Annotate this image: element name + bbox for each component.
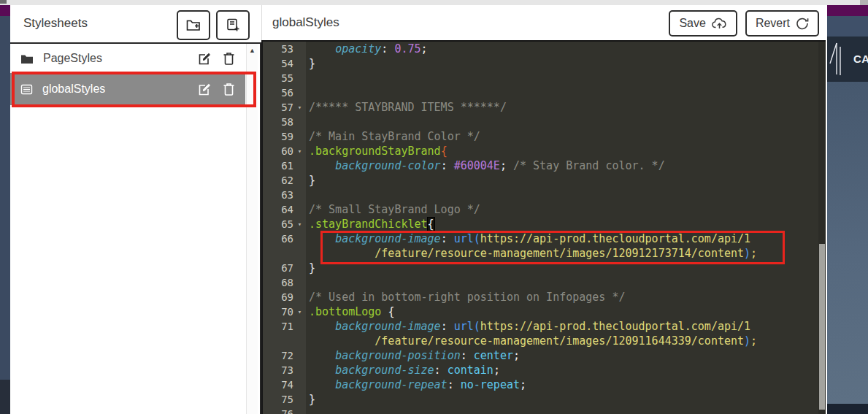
fold-gutter [293, 71, 306, 85]
code-line[interactable]: 61 background-color: #60004E; /* Stay Br… [263, 158, 826, 173]
line-number: 70 [263, 304, 293, 319]
code-text: background-color: #60004E; /* Stay Brand… [306, 158, 665, 173]
fold-gutter [293, 407, 306, 414]
line-number: 72 [263, 348, 293, 363]
code-line[interactable]: /feature/resource-management/images/1209… [263, 334, 826, 348]
code-line[interactable]: 58 [263, 115, 826, 129]
save-button[interactable]: Save [669, 10, 737, 37]
code-text: /***** STAYBRAND ITEMS ******/ [306, 100, 507, 115]
code-line[interactable]: 65▾.stayBrandChicklet{ [263, 217, 826, 231]
fold-gutter [293, 129, 306, 144]
edit-icon[interactable] [198, 83, 212, 96]
list-item-globalstyles[interactable]: globalStyles [10, 73, 245, 105]
fold-arrow-icon[interactable]: ▾ [293, 304, 306, 319]
revert-button[interactable]: Revert [745, 10, 819, 37]
fold-arrow-icon[interactable]: ▾ [293, 217, 306, 231]
fold-gutter [293, 392, 306, 407]
list-item-label: PageStyles [43, 52, 198, 65]
line-number: 68 [263, 275, 293, 290]
rail-upper [827, 16, 868, 37]
code-line[interactable]: /feature/resource-management/images/1209… [263, 246, 826, 261]
row-actions [198, 83, 235, 96]
code-text: .bottomLogo { [306, 304, 394, 319]
delete-icon[interactable] [223, 83, 235, 96]
stylesheet-editor-screen: CA Stylesheets [0, 0, 868, 414]
code-line[interactable]: 73 background-size: contain; [263, 363, 826, 377]
fold-gutter [293, 115, 306, 129]
line-number: 67 [263, 261, 293, 275]
fold-gutter [293, 231, 306, 246]
line-number: 71 [263, 319, 293, 334]
sidebar-scrollbar[interactable]: ▲ [246, 44, 258, 414]
edit-icon[interactable] [198, 52, 212, 66]
fold-gutter [293, 202, 306, 217]
editor-scrollbar[interactable] [818, 42, 826, 414]
editor-header: globalStyles Save Revert [261, 5, 827, 40]
fold-arrow-icon[interactable]: ▾ [293, 144, 306, 158]
brand-text: CA [853, 53, 868, 65]
fold-gutter [293, 188, 306, 202]
fold-gutter [293, 56, 306, 71]
window-corner [0, 0, 7, 4]
code-text: background-repeat: no-repeat; [306, 377, 526, 392]
code-line[interactable]: 53 opacity: 0.75; [263, 42, 826, 56]
code-line[interactable]: 54} [263, 56, 826, 71]
code-text [306, 85, 309, 100]
code-line[interactable]: 66 background-image: url(https://api-pro… [263, 231, 826, 246]
code-line[interactable]: 76 [263, 407, 826, 414]
code-line[interactable]: 67} [263, 261, 826, 275]
code-text: opacity: 0.75; [306, 42, 428, 56]
fold-gutter [293, 275, 306, 290]
code-text: /feature/resource-management/images/1209… [306, 246, 757, 261]
code-line[interactable]: 74 background-repeat: no-repeat; [263, 377, 826, 392]
code-line[interactable]: 69/* Used in bottom-right position on In… [263, 290, 826, 304]
code-line[interactable]: 57▾/***** STAYBRAND ITEMS ******/ [263, 100, 826, 115]
line-number: 74 [263, 377, 293, 392]
code-text: } [306, 56, 315, 71]
fold-gutter [293, 377, 306, 392]
fold-arrow-icon[interactable]: ▾ [293, 100, 306, 115]
code-text: } [306, 392, 315, 407]
line-number: 61 [263, 158, 293, 173]
code-text [306, 275, 309, 290]
code-line[interactable]: 55 [263, 71, 826, 85]
line-number: 64 [263, 202, 293, 217]
code-text: .stayBrandChicklet{ [306, 217, 434, 231]
code-editor[interactable]: 53 opacity: 0.75;54}555657▾/***** STAYBR… [261, 40, 826, 414]
brand-logo-icon [828, 41, 844, 77]
code-text [306, 407, 309, 414]
line-number [263, 246, 293, 261]
save-button-label: Save [679, 17, 705, 30]
code-line[interactable]: 70▾.bottomLogo { [263, 304, 826, 319]
code-text: } [306, 173, 315, 188]
line-number: 75 [263, 392, 293, 407]
editor-scrollbar-thumb[interactable] [819, 244, 825, 410]
fold-gutter [293, 261, 306, 275]
revert-icon [796, 17, 809, 30]
scroll-up-icon[interactable]: ▲ [247, 44, 258, 55]
code-line[interactable]: 62} [263, 173, 826, 188]
delete-icon[interactable] [223, 52, 235, 66]
code-line[interactable]: 59/* Main StayBrand Color */ [263, 129, 826, 144]
sidebar-toolbar [177, 10, 250, 40]
sidebar-header: Stylesheets [10, 5, 261, 42]
code-line[interactable]: 72 background-position: center; [263, 348, 826, 363]
code-line[interactable]: 64/* Small StayBrand Logo */ [263, 202, 826, 217]
list-item-pagestyles[interactable]: PageStyles [10, 44, 245, 73]
add-folder-button[interactable] [177, 10, 210, 40]
code-text: background-image: url(https://api-prod.t… [306, 319, 750, 334]
code-line[interactable]: 60▾.backgroundStayBrand{ [263, 144, 826, 158]
code-text: } [306, 261, 315, 275]
code-line[interactable]: 68 [263, 275, 826, 290]
code-text: /* Main StayBrand Color */ [306, 129, 480, 144]
sidebar-title: Stylesheets [23, 16, 88, 31]
page-background-left-bottom [0, 380, 10, 414]
code-line[interactable]: 71 background-image: url(https://api-pro… [263, 319, 826, 334]
code-text [306, 115, 309, 129]
add-stylesheet-button[interactable] [216, 10, 250, 40]
code-line[interactable]: 56 [263, 85, 826, 100]
line-number: 55 [263, 71, 293, 85]
code-line[interactable]: 75} [263, 392, 826, 407]
code-line[interactable]: 63 [263, 188, 826, 202]
rail-photo-background [827, 82, 868, 404]
